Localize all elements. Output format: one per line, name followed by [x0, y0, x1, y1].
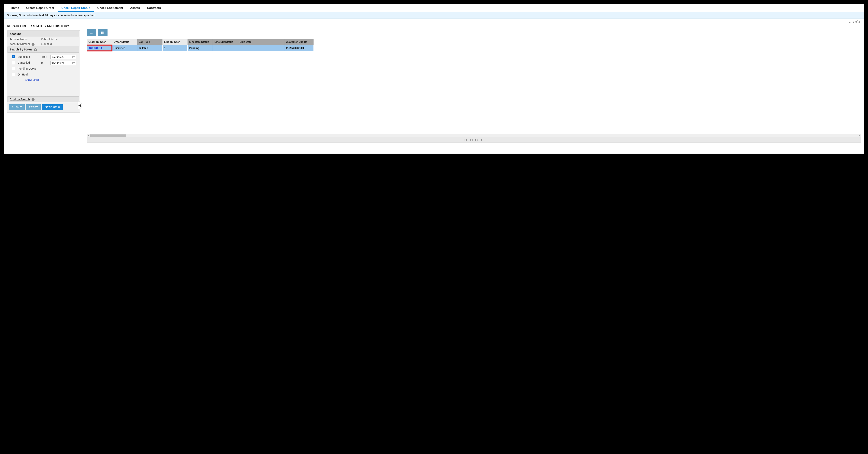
status-cancelled[interactable]: Cancelled [11, 61, 41, 65]
col-order-status[interactable]: Order Status [112, 39, 137, 45]
account-name-row: Account Name Zebra Internal [7, 37, 79, 42]
download-button[interactable] [87, 29, 96, 36]
cell-ship-date [238, 45, 284, 51]
checkbox-on-hold[interactable] [12, 73, 15, 76]
pager: I◀ ◀◀ ▶▶ ▶I [87, 137, 861, 142]
col-ship-date[interactable]: Ship Date [238, 39, 284, 45]
scroll-left-arrow-icon[interactable]: ◀ [87, 134, 90, 137]
svg-rect-2 [103, 32, 104, 34]
account-number-row: Account Number i 6088923 [7, 42, 79, 46]
col-customer-due-date[interactable]: Customer Due Da [284, 39, 313, 45]
status-label: On Hold [18, 73, 28, 76]
scroll-thumb[interactable] [90, 134, 126, 137]
svg-rect-0 [101, 32, 102, 34]
col-line-substatus[interactable]: Line SubStatus [213, 39, 238, 45]
info-icon[interactable]: i [34, 48, 37, 51]
tab-assets[interactable]: Assets [127, 4, 144, 12]
pager-next-icon[interactable]: ▶▶ [475, 138, 478, 141]
need-help-button[interactable]: NEED HELP [42, 104, 63, 110]
info-icon[interactable]: i [32, 43, 34, 46]
pager-last-icon[interactable]: ▶I [481, 138, 483, 141]
cell-line-substatus [213, 45, 238, 51]
status-label: Pending Quote [18, 67, 36, 70]
status-label: Submitted [18, 55, 30, 58]
tab-check-entitlement[interactable]: Check Entitlement [94, 4, 127, 12]
col-job-type[interactable]: Job Type [137, 39, 162, 45]
pager-first-icon[interactable]: I◀ [464, 138, 467, 141]
table-row[interactable]: XXXXXXXX Submitted Billable 1 Pending 11… [87, 45, 314, 51]
cell-customer-due: 11/26/2023 11:0 [284, 45, 313, 51]
account-name-value: Zebra Internal [41, 38, 58, 41]
col-line-number[interactable]: Line Number [162, 39, 188, 45]
checkbox-submitted[interactable] [12, 55, 15, 58]
status-label: Cancelled [18, 61, 30, 64]
tab-home[interactable]: Home [7, 4, 23, 12]
submit-button[interactable]: SUBMIT [9, 104, 25, 110]
account-name-label: Account Name [9, 38, 41, 41]
info-banner: Showing 3 records from last 90 days as n… [4, 12, 864, 19]
status-on-hold[interactable]: On Hold [11, 72, 41, 77]
results-grid: Order Number Order Status Job Type Line … [87, 39, 861, 143]
col-order-number[interactable]: Order Number [87, 39, 112, 45]
to-date-input[interactable] [51, 61, 76, 65]
cell-job-type: Billable [137, 45, 162, 51]
svg-rect-1 [102, 32, 103, 34]
account-number-label: Account Number i [9, 42, 41, 46]
from-date-input[interactable] [51, 55, 76, 59]
columns-button[interactable] [98, 29, 107, 36]
download-icon [89, 31, 93, 35]
cell-line-item-status: Pending [188, 45, 213, 51]
pager-prev-icon[interactable]: ◀◀ [469, 138, 472, 141]
custom-search-header[interactable]: Custom Search i [7, 96, 79, 102]
cell-line-number: 1 [162, 45, 188, 51]
cell-order-status: Submitted [112, 45, 137, 51]
search-by-status-header: Search By Status i [7, 46, 79, 53]
page-title: REPAIR ORDER STATUS AND HISTORY [7, 25, 80, 28]
top-tabs: Home Create Repair Order Check Repair St… [4, 4, 864, 12]
from-label: From [41, 55, 49, 58]
order-number-link[interactable]: XXXXXXXX [87, 45, 112, 51]
status-submitted[interactable]: Submitted [11, 55, 41, 59]
table-header-row: Order Number Order Status Job Type Line … [87, 39, 314, 45]
checkbox-pending-quote[interactable] [12, 67, 15, 70]
show-more-link[interactable]: Show More [25, 78, 41, 82]
reset-button[interactable]: RESET [26, 104, 41, 110]
info-icon[interactable]: i [32, 98, 34, 101]
columns-icon [101, 31, 105, 35]
tab-check-repair-status[interactable]: Check Repair Status [58, 4, 94, 12]
tab-create-repair-order[interactable]: Create Repair Order [23, 4, 58, 12]
col-line-item-status[interactable]: Line Item Status [188, 39, 213, 45]
horizontal-scrollbar[interactable]: ◀ ▶ [87, 134, 861, 137]
account-number-value: 6088923 [41, 42, 52, 46]
record-range: 1 - 3 of 3 [87, 19, 861, 23]
to-label: To [41, 61, 49, 64]
checkbox-cancelled[interactable] [12, 61, 15, 64]
tab-contracts[interactable]: Contracts [144, 4, 164, 12]
account-section-header: Account [7, 31, 79, 37]
status-pending-quote[interactable]: Pending Quote [11, 66, 41, 71]
scroll-right-arrow-icon[interactable]: ▶ [858, 134, 861, 137]
filter-panel: Account Account Name Zebra Internal Acco… [7, 30, 80, 112]
